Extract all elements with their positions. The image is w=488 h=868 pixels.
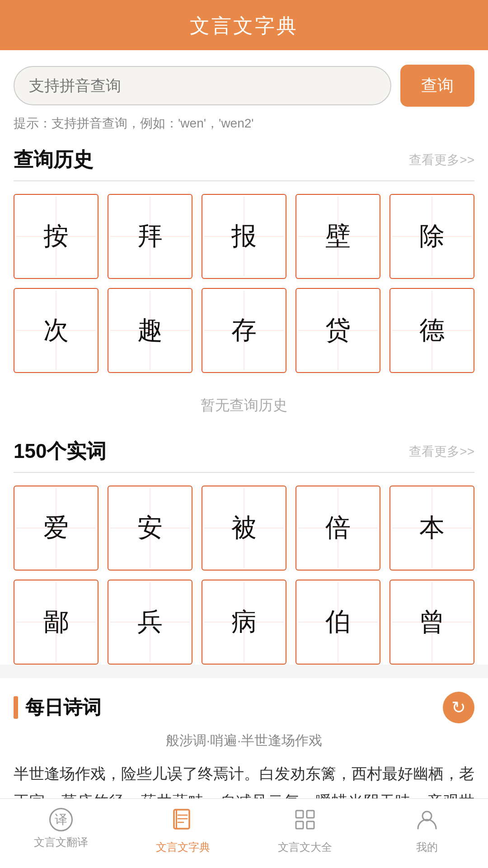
poem-title: 每日诗词	[25, 695, 101, 720]
words-chars-row2: 鄙 兵 病 伯 曾	[14, 580, 474, 665]
svg-rect-6	[307, 811, 314, 818]
char-cell-存[interactable]: 存	[202, 288, 286, 373]
words-section-header: 150个实词 查看更多>>	[14, 438, 474, 465]
history-section: 查询历史 查看更多>> 按 拜 报 壁 除 次 趣 存 贷 德 暂无查询历史	[14, 146, 474, 434]
char-cell-倍[interactable]: 倍	[296, 486, 380, 571]
words-divider	[14, 472, 474, 473]
char-cell-壁[interactable]: 壁	[296, 194, 380, 279]
nav-item-translate[interactable]: 译 文言文翻译	[0, 808, 122, 854]
char-cell-本[interactable]: 本	[389, 486, 474, 571]
bottom-nav: 译 文言文翻译 文言文字典 文言文大全	[0, 798, 488, 868]
dictionary-icon	[171, 808, 195, 836]
mine-icon	[415, 808, 439, 836]
words-section: 150个实词 查看更多>> 爱 安 被 倍 本 鄙 兵 病 伯 曾	[14, 434, 474, 665]
history-chars-row1: 按 拜 报 壁 除	[14, 194, 474, 279]
char-cell-报[interactable]: 报	[202, 194, 286, 279]
nav-item-dictionary[interactable]: 文言文字典	[122, 808, 244, 854]
char-cell-按[interactable]: 按	[14, 194, 99, 279]
char-cell-贷[interactable]: 贷	[296, 288, 380, 373]
history-more[interactable]: 查看更多>>	[409, 151, 474, 169]
char-cell-拜[interactable]: 拜	[108, 194, 192, 279]
history-divider	[14, 180, 474, 181]
search-row: 查询	[14, 65, 474, 107]
all-icon	[293, 808, 317, 836]
search-input-wrap[interactable]	[14, 66, 391, 105]
char-cell-德[interactable]: 德	[389, 288, 474, 373]
app-header: 文言文字典	[0, 0, 488, 50]
char-cell-鄙[interactable]: 鄙	[14, 580, 99, 665]
history-title: 查询历史	[14, 146, 93, 173]
search-hint: 提示：支持拼音查询，例如：'wen'，'wen2'	[14, 115, 474, 132]
no-history-label: 暂无查询历史	[14, 382, 474, 434]
svg-rect-7	[296, 821, 303, 829]
words-chars-row1: 爱 安 被 倍 本	[14, 486, 474, 571]
history-section-header: 查询历史 查看更多>>	[14, 146, 474, 173]
char-cell-兵[interactable]: 兵	[108, 580, 192, 665]
search-button[interactable]: 查询	[400, 65, 474, 107]
svg-rect-5	[296, 811, 303, 818]
nav-label-dictionary: 文言文字典	[156, 840, 210, 854]
nav-label-all: 文言文大全	[278, 840, 332, 854]
char-cell-安[interactable]: 安	[108, 486, 192, 571]
history-chars-row2: 次 趣 存 贷 德	[14, 288, 474, 373]
char-cell-伯[interactable]: 伯	[296, 580, 380, 665]
refresh-button[interactable]: ↻	[443, 692, 474, 723]
poem-title-wrap: 每日诗词	[14, 695, 101, 720]
char-cell-曾[interactable]: 曾	[389, 580, 474, 665]
refresh-icon: ↻	[451, 698, 466, 717]
svg-rect-1	[176, 810, 177, 829]
char-cell-趣[interactable]: 趣	[108, 288, 192, 373]
nav-item-all[interactable]: 文言文大全	[244, 808, 366, 854]
words-title: 150个实词	[14, 438, 106, 465]
search-input[interactable]	[29, 77, 376, 94]
nav-label-translate: 文言文翻译	[34, 835, 88, 849]
poem-subtitle: 般涉调·哨遍·半世逢场作戏	[14, 731, 474, 750]
svg-rect-8	[307, 821, 314, 829]
nav-label-mine: 我的	[416, 840, 438, 854]
header-title: 文言文字典	[190, 14, 298, 37]
poem-header: 每日诗词 ↻	[14, 692, 474, 723]
char-cell-爱[interactable]: 爱	[14, 486, 99, 571]
char-cell-病[interactable]: 病	[202, 580, 286, 665]
nav-item-mine[interactable]: 我的	[366, 808, 488, 854]
poem-bar-decoration	[14, 696, 18, 719]
translate-icon: 译	[49, 808, 73, 831]
main-content: 查询 提示：支持拼音查询，例如：'wen'，'wen2' 查询历史 查看更多>>…	[0, 50, 488, 665]
words-more[interactable]: 查看更多>>	[409, 443, 474, 460]
char-cell-除[interactable]: 除	[389, 194, 474, 279]
char-cell-被[interactable]: 被	[202, 486, 286, 571]
char-cell-次[interactable]: 次	[14, 288, 99, 373]
